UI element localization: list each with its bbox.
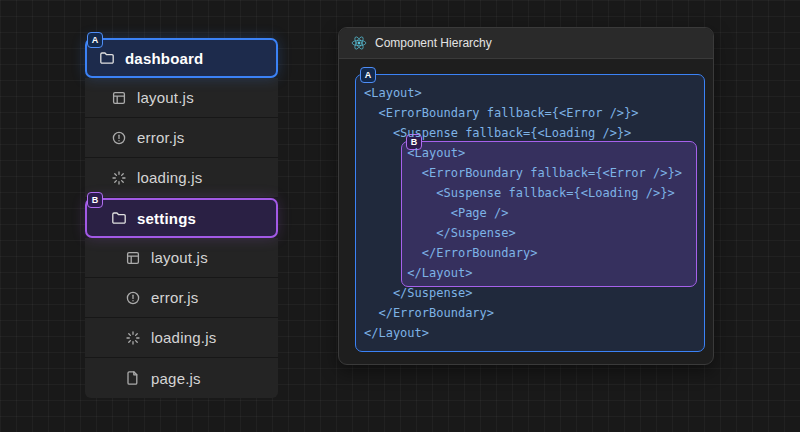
file-label: error.js xyxy=(137,129,184,146)
file-label: error.js xyxy=(151,289,198,306)
file-label: loading.js xyxy=(151,329,216,346)
file-tree: A dashboard layout.js error.js loading.j… xyxy=(85,38,278,398)
panel-header: Component Hierarchy xyxy=(339,28,713,59)
code-line: <Page /> xyxy=(364,203,704,223)
folder-row-settings: B settings xyxy=(85,198,278,238)
loading-icon xyxy=(125,330,141,346)
code-line: <ErrorBoundary fallback={<Error />}> xyxy=(364,103,704,123)
code-line: </ErrorBoundary> xyxy=(364,303,704,323)
react-icon xyxy=(351,35,367,51)
code-line: <ErrorBoundary fallback={<Error />}> xyxy=(364,163,704,183)
code-line: <Suspense fallback={<Loading />}> xyxy=(364,123,704,143)
code-line: </Suspense> xyxy=(364,283,704,303)
code-line: </ErrorBoundary> xyxy=(364,243,704,263)
code-line: </Layout> xyxy=(364,263,704,283)
marker-b-badge: B xyxy=(87,192,103,208)
layout-icon xyxy=(111,90,127,106)
panel-title: Component Hierarchy xyxy=(375,36,492,50)
layout-icon xyxy=(125,250,141,266)
file-label: loading.js xyxy=(137,169,202,186)
error-icon xyxy=(111,130,127,146)
folder-label: dashboard xyxy=(125,50,203,67)
file-row-loading-1: loading.js xyxy=(85,158,278,198)
file-row-page: page.js xyxy=(85,358,278,398)
panel-body: A B <Layout> <ErrorBoundary fallback={<E… xyxy=(339,59,713,364)
file-label: page.js xyxy=(151,370,201,387)
file-label: layout.js xyxy=(151,249,208,266)
code-line: <Layout> xyxy=(364,143,704,163)
code-block: <Layout> <ErrorBoundary fallback={<Error… xyxy=(364,83,704,343)
folder-icon xyxy=(111,210,127,226)
folder-label: settings xyxy=(137,210,196,227)
loading-icon xyxy=(111,170,127,186)
layout-a-frame: A B <Layout> <ErrorBoundary fallback={<E… xyxy=(355,74,705,352)
file-row-layout-1: layout.js xyxy=(85,78,278,118)
code-line: </Suspense> xyxy=(364,223,704,243)
file-label: layout.js xyxy=(137,89,194,106)
diagram-canvas: A dashboard layout.js error.js loading.j… xyxy=(0,0,800,432)
file-row-error-2: error.js xyxy=(85,278,278,318)
page-icon xyxy=(125,370,141,386)
marker-a-badge: A xyxy=(360,67,376,83)
component-hierarchy-panel: Component Hierarchy A B <Layout> <ErrorB… xyxy=(338,27,714,365)
file-row-loading-2: loading.js xyxy=(85,318,278,358)
code-line: </Layout> xyxy=(364,323,704,343)
error-icon xyxy=(125,290,141,306)
folder-row-dashboard: A dashboard xyxy=(85,38,278,78)
folder-icon xyxy=(99,50,115,66)
code-line: <Suspense fallback={<Loading />}> xyxy=(364,183,704,203)
file-row-layout-2: layout.js xyxy=(85,238,278,278)
code-line: <Layout> xyxy=(364,83,704,103)
marker-a-badge: A xyxy=(87,32,103,48)
file-row-error-1: error.js xyxy=(85,118,278,158)
